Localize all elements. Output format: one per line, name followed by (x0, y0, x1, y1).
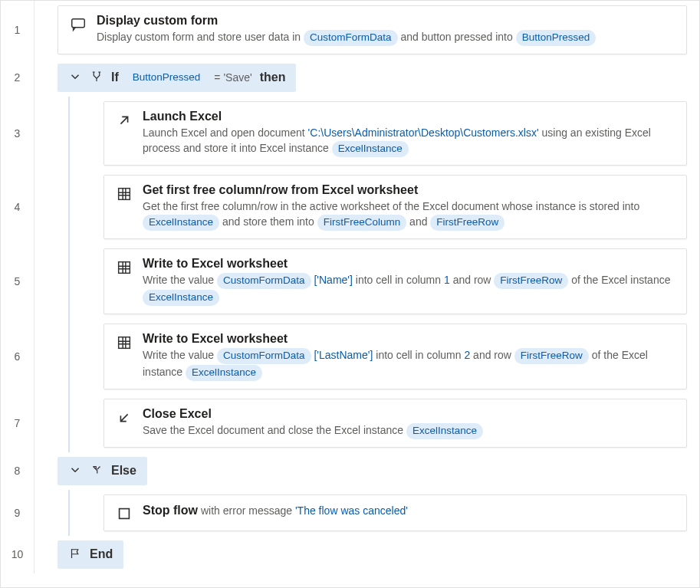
action-write-excel-name[interactable]: Write to Excel worksheet Write the value… (104, 248, 687, 314)
variable-token[interactable]: CustomFormData (217, 273, 311, 289)
line-number: 3 (1, 97, 35, 170)
line-number: 2 (1, 59, 35, 97)
action-title: Launch Excel (143, 110, 675, 123)
close-arrow-icon (115, 409, 133, 427)
variable-token[interactable]: CustomFormData (217, 348, 311, 364)
variable-token[interactable]: ButtonPressed (516, 30, 596, 46)
if-block[interactable]: If ButtonPressed = 'Save' then (58, 64, 296, 92)
end-block[interactable]: End (58, 540, 123, 569)
action-title: Stop flow (143, 504, 198, 517)
line-number: 1 (1, 1, 35, 59)
chevron-down-icon[interactable] (68, 463, 82, 479)
line-number: 6 (1, 319, 35, 394)
action-description: Get the first free column/row in the act… (143, 199, 675, 231)
action-write-excel-lastname[interactable]: Write to Excel worksheet Write the value… (104, 324, 687, 389)
svg-rect-1 (119, 189, 130, 200)
action-title: Write to Excel worksheet (143, 332, 675, 346)
line-number: 9 (1, 490, 35, 536)
excel-grid-icon (115, 185, 133, 203)
else-label: Else (111, 464, 136, 478)
variable-token[interactable]: FirstFreeRow (514, 348, 589, 364)
flag-icon (68, 547, 82, 563)
action-description: Display custom form and store user data … (97, 29, 675, 46)
action-display-custom-form[interactable]: Display custom form Display custom form … (58, 5, 687, 54)
svg-rect-3 (119, 337, 130, 349)
action-launch-excel[interactable]: Launch Excel Launch Excel and open docum… (104, 101, 687, 166)
line-number: 8 (1, 452, 35, 490)
variable-token[interactable]: FirstFreeColumn (317, 215, 407, 231)
end-label: End (90, 547, 113, 561)
variable-token[interactable]: ExcelInstance (186, 365, 262, 381)
stop-icon (115, 504, 133, 523)
launch-icon (115, 111, 133, 130)
variable-token[interactable]: ExcelInstance (332, 141, 409, 157)
excel-grid-icon (115, 333, 133, 352)
line-number: 4 (1, 170, 35, 244)
message-icon (69, 15, 87, 34)
action-get-first-free[interactable]: Get first free column/row from Excel wor… (104, 175, 687, 239)
branch-icon (90, 70, 104, 86)
line-number: 7 (1, 394, 35, 452)
action-description: Write the value CustomFormData ['LastNam… (143, 347, 675, 381)
action-description: Write the value CustomFormData ['Name'] … (143, 272, 675, 306)
else-branch-icon (90, 463, 104, 479)
svg-rect-2 (119, 262, 130, 274)
variable-token[interactable]: ExcelInstance (143, 290, 219, 306)
excel-grid-icon (115, 258, 133, 277)
if-label: If (111, 71, 119, 84)
svg-rect-4 (120, 508, 130, 518)
variable-token[interactable]: CustomFormData (304, 30, 398, 46)
variable-token[interactable]: FirstFreeRow (430, 215, 504, 231)
line-number: 10 (1, 536, 35, 573)
svg-rect-0 (72, 19, 85, 28)
then-label: then (260, 71, 286, 84)
variable-token[interactable]: ExcelInstance (406, 423, 483, 439)
line-number: 5 (1, 244, 35, 319)
chevron-down-icon[interactable] (68, 70, 82, 86)
action-description: with error message 'The flow was cancele… (201, 503, 408, 518)
action-title: Close Excel (143, 407, 675, 421)
variable-token[interactable]: ButtonPressed (127, 70, 207, 86)
action-description: Launch Excel and open document 'C:\Users… (143, 125, 675, 157)
action-title: Write to Excel worksheet (143, 257, 675, 271)
action-title: Display custom form (97, 14, 675, 28)
variable-token[interactable]: FirstFreeRow (494, 273, 568, 289)
action-description: Save the Excel document and close the Ex… (143, 422, 675, 439)
action-close-excel[interactable]: Close Excel Save the Excel document and … (104, 399, 687, 448)
else-block[interactable]: Else (58, 457, 147, 485)
variable-token[interactable]: ExcelInstance (143, 215, 219, 231)
action-title: Get first free column/row from Excel wor… (143, 183, 675, 197)
action-stop-flow[interactable]: Stop flow with error message 'The flow w… (104, 494, 687, 531)
